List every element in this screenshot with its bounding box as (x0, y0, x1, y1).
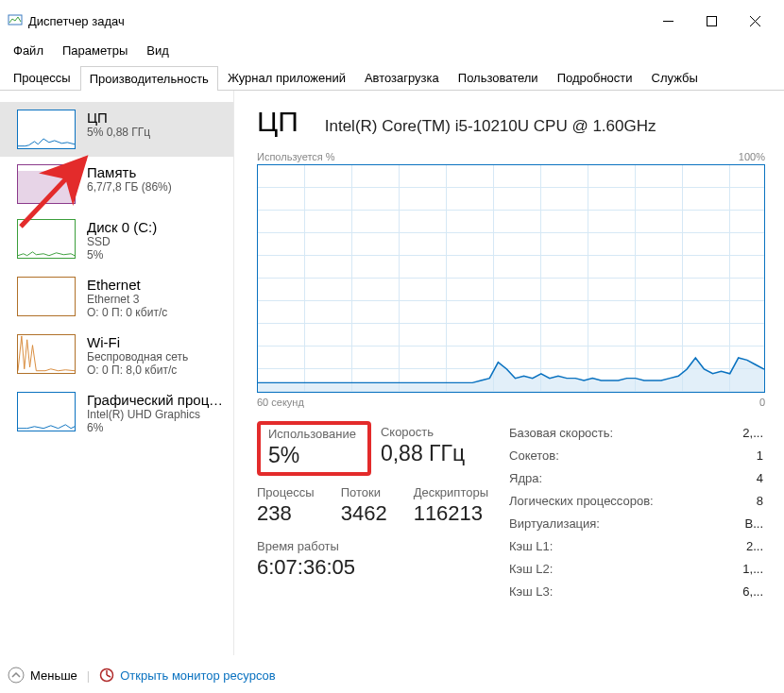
stat-handles: Дескрипторы 116213 (414, 485, 488, 526)
stat-speed-value: 0,88 ГГц (381, 441, 465, 466)
memory-thumb (17, 164, 76, 204)
svg-point-6 (9, 668, 24, 683)
info-l3-label: Кэш L3: (509, 582, 732, 602)
stat-utilization-label: Использование (268, 427, 356, 441)
sidebar-item-cpu[interactable]: ЦП 5% 0,88 ГГц (0, 102, 233, 157)
sidebar-item-wifi[interactable]: Wi-Fi Беспроводная сеть О: 0 П: 8,0 кбит… (0, 327, 233, 384)
info-virt-label: Виртуализация: (509, 514, 732, 534)
disk-thumb (17, 219, 76, 259)
maximize-button[interactable] (690, 8, 733, 34)
sidebar-gpu-sub: Intel(R) UHD Graphics (87, 408, 224, 421)
stat-handles-label: Дескрипторы (414, 485, 488, 499)
chart-ymax: 100% (739, 151, 765, 162)
detail-panel: ЦП Intel(R) Core(TM) i5-10210U CPU @ 1.6… (234, 91, 784, 655)
info-l3-value: 6,... (734, 582, 763, 602)
sidebar-memory-sub: 6,7/7,8 ГБ (86%) (87, 180, 224, 194)
tab-app-history[interactable]: Журнал приложений (218, 65, 355, 90)
tab-startup[interactable]: Автозагрузка (355, 65, 449, 90)
sidebar-item-gpu[interactable]: Графический процессор Intel(R) UHD Graph… (0, 384, 233, 442)
stat-utilization-value: 5% (268, 443, 356, 468)
tab-strip: Процессы Производительность Журнал прило… (0, 65, 784, 91)
footer: Меньше | Открыть монитор ресурсов (8, 667, 276, 684)
stat-speed: Скорость 0,88 ГГц (371, 421, 478, 476)
sidebar-disk-sub2: 5% (87, 248, 224, 262)
menu-file[interactable]: Файл (8, 42, 49, 59)
menu-options[interactable]: Параметры (57, 42, 133, 59)
stat-threads: Потоки 3462 (341, 485, 387, 526)
cpu-info-table: Базовая скорость:2,... Сокетов:1 Ядра:4 … (507, 421, 765, 604)
info-base-speed-label: Базовая скорость: (509, 423, 732, 444)
stat-uptime-label: Время работы (257, 539, 488, 553)
sidebar-ethernet-title: Ethernet (87, 277, 224, 293)
resource-monitor-label: Открыть монитор ресурсов (120, 668, 275, 683)
sidebar-item-ethernet[interactable]: Ethernet Ethernet 3 О: 0 П: 0 кбит/с (0, 269, 233, 327)
stat-threads-label: Потоки (341, 485, 387, 499)
sidebar-item-disk[interactable]: Диск 0 (C:) SSD 5% (0, 211, 233, 269)
stat-speed-label: Скорость (381, 425, 465, 439)
svg-rect-2 (707, 16, 716, 25)
app-icon (8, 12, 23, 30)
info-cores-label: Ядра: (509, 468, 732, 489)
chart-ylabel: Используется % (257, 151, 335, 162)
stat-handles-value: 116213 (414, 501, 488, 526)
sidebar-wifi-sub: Беспроводная сеть (87, 350, 224, 363)
titlebar: Диспетчер задач (0, 0, 784, 38)
stat-uptime: Время работы 6:07:36:05 (257, 539, 488, 580)
cpu-chart (257, 164, 765, 393)
info-logical-label: Логических процессоров: (509, 491, 732, 512)
stat-processes: Процессы 238 (257, 485, 315, 526)
tab-performance[interactable]: Производительность (80, 66, 218, 91)
sidebar-disk-title: Диск 0 (C:) (87, 219, 224, 235)
sidebar-gpu-title: Графический процессор (87, 392, 224, 408)
window-title: Диспетчер задач (28, 14, 125, 28)
tab-users[interactable]: Пользователи (449, 65, 548, 90)
sidebar: ЦП 5% 0,88 ГГц Память 6,7/7,8 ГБ (86%) Д… (0, 91, 234, 655)
wifi-thumb (17, 334, 76, 374)
menubar: Файл Параметры Вид (0, 38, 784, 65)
tab-services[interactable]: Службы (642, 65, 707, 90)
sidebar-item-memory[interactable]: Память 6,7/7,8 ГБ (86%) (0, 157, 233, 211)
info-l1-label: Кэш L1: (509, 536, 732, 557)
info-sockets-label: Сокетов: (509, 446, 732, 466)
stat-processes-value: 238 (257, 501, 315, 526)
stat-processes-label: Процессы (257, 485, 315, 499)
info-virt-value: В... (734, 514, 763, 534)
sidebar-wifi-title: Wi-Fi (87, 334, 224, 350)
info-l2-value: 1,... (734, 559, 763, 580)
info-cores-value: 4 (734, 468, 763, 489)
info-l1-value: 2... (734, 536, 763, 557)
sidebar-cpu-title: ЦП (87, 110, 224, 126)
info-base-speed-value: 2,... (734, 423, 763, 444)
tab-processes[interactable]: Процессы (4, 65, 80, 90)
svg-line-9 (107, 675, 111, 677)
menu-view[interactable]: Вид (141, 42, 175, 59)
gpu-thumb (17, 392, 76, 431)
collapse-label: Меньше (30, 668, 77, 683)
chart-xright: 0 (759, 397, 765, 408)
info-l2-label: Кэш L2: (509, 559, 732, 580)
sidebar-gpu-sub2: 6% (87, 421, 224, 434)
sidebar-memory-title: Память (87, 164, 224, 180)
sidebar-cpu-sub: 5% 0,88 ГГц (87, 126, 224, 139)
detail-subtitle: Intel(R) Core(TM) i5-10210U CPU @ 1.60GH… (325, 117, 656, 136)
info-sockets-value: 1 (734, 446, 763, 466)
sidebar-ethernet-sub: Ethernet 3 (87, 293, 224, 306)
sidebar-disk-sub: SSD (87, 235, 224, 248)
stat-threads-value: 3462 (341, 501, 387, 526)
stat-utilization: Использование 5% (257, 421, 371, 476)
sidebar-wifi-sub2: О: 0 П: 8,0 кбит/с (87, 363, 224, 377)
minimize-button[interactable] (646, 8, 690, 34)
detail-title: ЦП (257, 106, 298, 138)
resource-monitor-icon (99, 668, 114, 683)
sidebar-ethernet-sub2: О: 0 П: 0 кбит/с (87, 306, 224, 319)
ethernet-thumb (17, 277, 76, 316)
cpu-thumb (17, 110, 76, 149)
tab-details[interactable]: Подробности (548, 65, 642, 90)
collapse-button[interactable]: Меньше (8, 667, 77, 684)
close-button[interactable] (733, 8, 776, 34)
chart-xleft: 60 секунд (257, 397, 304, 408)
chevron-up-circle-icon (8, 667, 25, 684)
info-logical-value: 8 (734, 491, 763, 512)
stat-uptime-value: 6:07:36:05 (257, 555, 488, 580)
resource-monitor-link[interactable]: Открыть монитор ресурсов (99, 668, 275, 683)
